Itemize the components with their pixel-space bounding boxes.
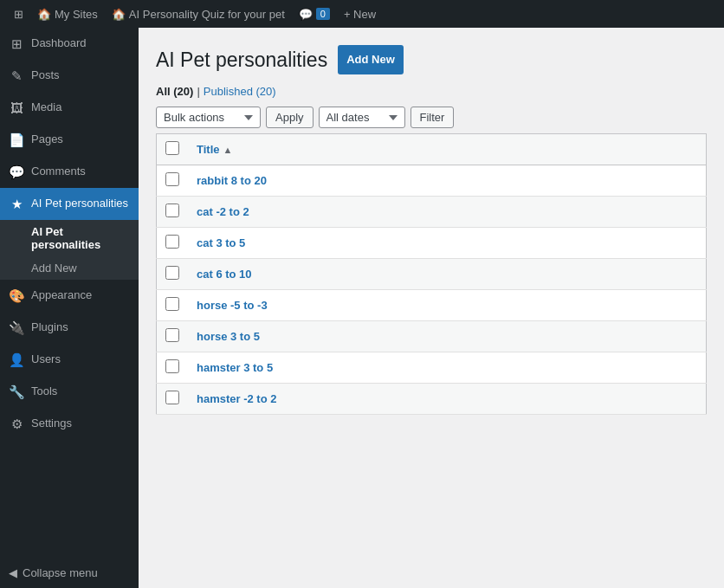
media-icon: 🖼 — [9, 99, 24, 117]
row-title-cell: cat 6 to 10 — [188, 259, 707, 290]
collapse-icon: ◀ — [9, 566, 17, 579]
collapse-label: Collapse menu — [23, 566, 98, 579]
bulk-actions-select[interactable]: Bulk actionsEditMove to Trash — [156, 107, 261, 128]
row-checkbox[interactable] — [165, 204, 179, 217]
posts-icon: ✎ — [9, 67, 24, 85]
row-checkbox[interactable] — [165, 297, 179, 311]
sidebar-item-ai-pet-personalities[interactable]: ★ AI Pet personalities — [0, 188, 139, 220]
row-checkbox-cell — [157, 352, 189, 384]
row-checkbox[interactable] — [165, 391, 179, 404]
row-title[interactable]: horse -5 to -3 — [197, 299, 268, 312]
select-all-checkbox[interactable] — [165, 141, 179, 155]
sidebar-item-label: Plugins — [31, 320, 68, 335]
row-title[interactable]: hamster 3 to 5 — [197, 361, 273, 374]
row-checkbox[interactable] — [165, 266, 179, 280]
sidebar-item-label: Media — [31, 100, 61, 115]
table-row: hamster -2 to 2 — [157, 384, 707, 415]
tools-icon: 🔧 — [9, 383, 24, 401]
sidebar-item-label: Tools — [31, 384, 57, 399]
sidebar-item-posts[interactable]: ✎ Posts — [0, 60, 139, 92]
sidebar-item-settings[interactable]: ⚙ Settings — [0, 408, 139, 440]
row-title[interactable]: cat 6 to 10 — [197, 268, 252, 281]
row-title[interactable]: hamster -2 to 2 — [197, 392, 276, 405]
adminbar-comments[interactable]: 💬 0 — [292, 0, 337, 28]
row-title[interactable]: rabbit 8 to 20 — [197, 174, 267, 187]
adminbar-wp-logo[interactable]: ⊞ — [7, 0, 30, 28]
add-new-button[interactable]: Add New — [338, 45, 404, 74]
row-title-cell: horse -5 to -3 — [188, 290, 707, 321]
row-checkbox-cell — [157, 384, 189, 415]
sort-icon: ▲ — [223, 145, 233, 155]
row-title[interactable]: cat -2 to 2 — [197, 205, 249, 218]
my-sites-label: My Sites — [55, 8, 98, 21]
row-title[interactable]: horse 3 to 5 — [197, 330, 260, 343]
table-body: rabbit 8 to 20 cat -2 to 2 cat 3 to 5 ca… — [157, 165, 707, 415]
row-checkbox[interactable] — [165, 359, 179, 373]
sidebar-item-label: Appearance — [31, 288, 92, 303]
row-checkbox-cell — [157, 290, 189, 321]
adminbar-new[interactable]: + New — [337, 0, 383, 28]
row-checkbox-cell — [157, 321, 189, 352]
sidebar-submenu-ai-pet-personalities[interactable]: AI Pet personalities — [0, 220, 139, 256]
table-row: cat 6 to 10 — [157, 259, 707, 290]
filter-link-all[interactable]: All (20) — [156, 85, 193, 98]
apply-button[interactable]: Apply — [266, 107, 314, 128]
table-row: rabbit 8 to 20 — [157, 165, 707, 197]
sidebar-item-label: AI Pet personalities — [31, 196, 128, 211]
sidebar-item-media[interactable]: 🖼 Media — [0, 92, 139, 124]
row-title[interactable]: cat 3 to 5 — [197, 236, 245, 249]
sidebar-item-pages[interactable]: 📄 Pages — [0, 124, 139, 156]
sidebar-item-plugins[interactable]: 🔌 Plugins — [0, 312, 139, 344]
row-checkbox[interactable] — [165, 235, 179, 249]
th-checkbox — [157, 134, 189, 165]
row-checkbox-cell — [157, 165, 189, 197]
row-title-cell: cat 3 to 5 — [188, 228, 707, 259]
sidebar-item-appearance[interactable]: 🎨 Appearance — [0, 280, 139, 312]
dates-select[interactable]: All dates — [319, 107, 405, 128]
sidebar: ⊞ Dashboard ✎ Posts 🖼 Media 📄 Pages 💬 Co… — [0, 28, 139, 588]
sidebar-item-label: Pages — [31, 132, 63, 147]
sidebar-submenu-add-new[interactable]: Add New — [0, 256, 139, 280]
title-sort[interactable]: Title ▲ — [197, 143, 697, 156]
submenu-item-label: AI Pet personalities — [31, 225, 100, 251]
pages-icon: 📄 — [9, 131, 24, 149]
filter-link-published[interactable]: Published (20) — [204, 85, 276, 98]
filter-button[interactable]: Filter — [410, 107, 455, 128]
page-header: AI Pet personalities Add New — [156, 45, 707, 74]
row-checkbox-cell — [157, 228, 189, 259]
posts-table: Title ▲ rabbit 8 to 20 cat -2 to 2 — [156, 133, 707, 415]
row-title-cell: rabbit 8 to 20 — [188, 165, 707, 197]
sidebar-item-users[interactable]: 👤 Users — [0, 344, 139, 376]
table-row: horse 3 to 5 — [157, 321, 707, 352]
main-content: AI Pet personalities Add New All (20) | … — [139, 28, 724, 588]
page-title: AI Pet personalities — [156, 48, 327, 72]
sidebar-item-dashboard[interactable]: ⊞ Dashboard — [0, 28, 139, 60]
row-checkbox[interactable] — [165, 328, 179, 342]
sidebar-item-label: Posts — [31, 68, 60, 83]
row-checkbox-cell — [157, 197, 189, 228]
adminbar-site-name[interactable]: 🏠 AI Personality Quiz for your pet — [105, 0, 292, 28]
site-name-label: AI Personality Quiz for your pet — [129, 8, 285, 21]
settings-icon: ⚙ — [9, 415, 24, 433]
sidebar-item-comments[interactable]: 💬 Comments — [0, 156, 139, 188]
sidebar-item-label: Settings — [31, 416, 72, 431]
plugins-icon: 🔌 — [9, 319, 24, 337]
sidebar-item-tools[interactable]: 🔧 Tools — [0, 376, 139, 408]
row-title-cell: hamster -2 to 2 — [188, 384, 707, 415]
filter-sep: | — [197, 85, 199, 98]
comments-icon: 💬 — [299, 8, 313, 21]
sidebar-collapse[interactable]: ◀ Collapse menu — [0, 558, 139, 588]
table-row: cat 3 to 5 — [157, 228, 707, 259]
comments-count: 0 — [316, 8, 330, 20]
wp-logo-icon: ⊞ — [14, 8, 23, 21]
adminbar-my-sites[interactable]: 🏠 My Sites — [30, 0, 105, 28]
my-sites-icon: 🏠 — [37, 8, 51, 21]
table-row: horse -5 to -3 — [157, 290, 707, 321]
sidebar-item-label: Dashboard — [31, 36, 87, 51]
sidebar-item-label: Comments — [31, 164, 86, 179]
table-row: hamster 3 to 5 — [157, 352, 707, 384]
filter-links: All (20) | Published (20) — [156, 85, 707, 98]
row-checkbox[interactable] — [165, 172, 179, 186]
sidebar-submenu: AI Pet personalities Add New — [0, 220, 139, 280]
ai-pet-icon: ★ — [9, 195, 24, 213]
